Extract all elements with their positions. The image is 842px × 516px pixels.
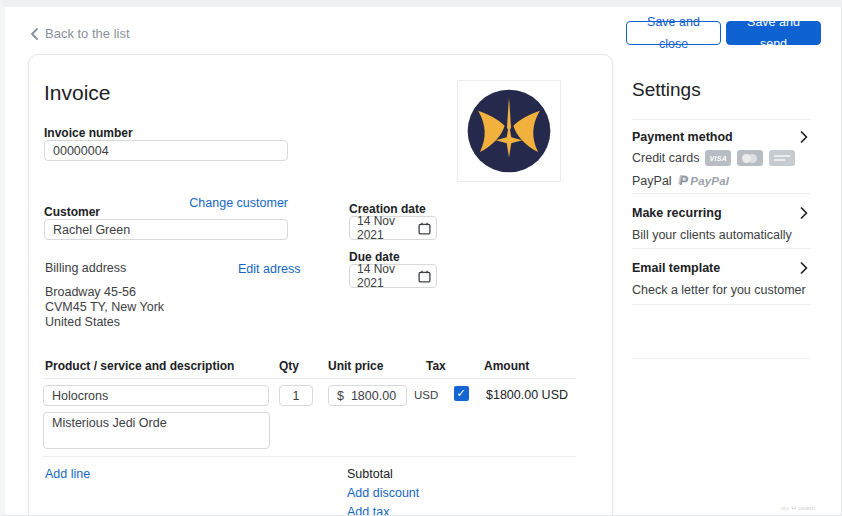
address-line-2: CVM45 TY, New York [45, 300, 164, 315]
generic-card-icon [769, 150, 795, 166]
product-name-input[interactable] [43, 385, 269, 406]
address-line-3: United States [45, 315, 164, 330]
calendar-icon [418, 222, 431, 235]
make-recurring-subtitle: Bill your clients automatically [632, 228, 792, 242]
creation-date-value: 14 Nov 2021 [357, 214, 413, 242]
paypal-logo-icon: P PayPal [680, 173, 730, 188]
credit-cards-row: Credit cards VISA [632, 150, 795, 166]
due-date-value: 14 Nov 2021 [357, 262, 413, 290]
settings-divider [632, 119, 810, 120]
column-header-qty: Qty [279, 359, 299, 373]
billing-address-label: Billing address [45, 261, 126, 275]
currency-label: USD [414, 389, 438, 401]
email-template-subtitle: Check a letter for you customer [632, 283, 806, 297]
creation-date-input[interactable]: 14 Nov 2021 [349, 216, 437, 240]
email-template-row[interactable]: Email template [632, 261, 720, 275]
invoice-card: Invoice Invoice number Change customer C… [28, 54, 613, 516]
save-and-close-button[interactable]: Save and close [626, 21, 721, 45]
add-tax-link[interactable]: Add tax [347, 505, 389, 516]
customer-label: Customer [44, 205, 100, 219]
calendar-icon [418, 270, 431, 283]
table-header-divider [43, 378, 576, 379]
settings-divider [632, 304, 810, 305]
line-amount-value: $1800.00 USD [486, 388, 568, 402]
invoice-editor-page: Back to the list Save and close Save and… [0, 0, 842, 516]
address-line-1: Broadway 45-56 [45, 285, 164, 300]
jedi-order-emblem-icon [465, 87, 553, 175]
save-and-send-button[interactable]: Save and send [726, 21, 821, 45]
paypal-label: PayPal [632, 174, 672, 188]
due-date-input[interactable]: 14 Nov 2021 [349, 264, 437, 288]
tax-checkbox[interactable] [454, 386, 469, 401]
add-line-link[interactable]: Add line [45, 467, 90, 481]
column-header-tax: Tax [426, 359, 446, 373]
customer-input[interactable] [44, 219, 288, 240]
mastercard-icon [737, 150, 763, 166]
unit-price-input[interactable] [328, 385, 407, 406]
invoice-title: Invoice [44, 81, 111, 105]
settings-divider [632, 248, 810, 249]
chevron-right-icon[interactable] [800, 207, 808, 219]
settings-title: Settings [632, 79, 701, 101]
watermark: ılıı H ooem [781, 505, 816, 511]
chevron-left-icon [30, 28, 38, 40]
back-to-list-label: Back to the list [45, 26, 130, 41]
chevron-right-icon[interactable] [800, 131, 808, 143]
paypal-row: PayPal P PayPal [632, 173, 729, 188]
add-discount-link[interactable]: Add discount [347, 486, 419, 500]
column-header-amount: Amount [484, 359, 529, 373]
product-description-textarea[interactable]: Misterious Jedi Orde [43, 412, 270, 449]
credit-cards-label: Credit cards [632, 151, 699, 165]
billing-address-text: Broadway 45-56 CVM45 TY, New York United… [45, 285, 164, 330]
table-footer-divider [43, 456, 576, 457]
chevron-right-icon[interactable] [800, 262, 808, 274]
payment-method-row[interactable]: Payment method [632, 130, 733, 144]
company-logo [457, 80, 561, 182]
invoice-number-input[interactable] [44, 140, 288, 161]
make-recurring-row[interactable]: Make recurring [632, 206, 722, 220]
edit-address-link[interactable]: Edit adress [238, 262, 301, 276]
subtotal-label: Subtotal [347, 467, 393, 481]
settings-divider [632, 358, 810, 359]
column-header-unit-price: Unit price [328, 359, 383, 373]
invoice-number-label: Invoice number [44, 126, 133, 140]
quantity-input[interactable] [279, 385, 313, 406]
column-header-product: Product / service and description [45, 359, 234, 373]
back-to-list-link[interactable]: Back to the list [30, 26, 130, 41]
settings-divider [632, 193, 810, 194]
visa-card-icon: VISA [705, 150, 731, 166]
